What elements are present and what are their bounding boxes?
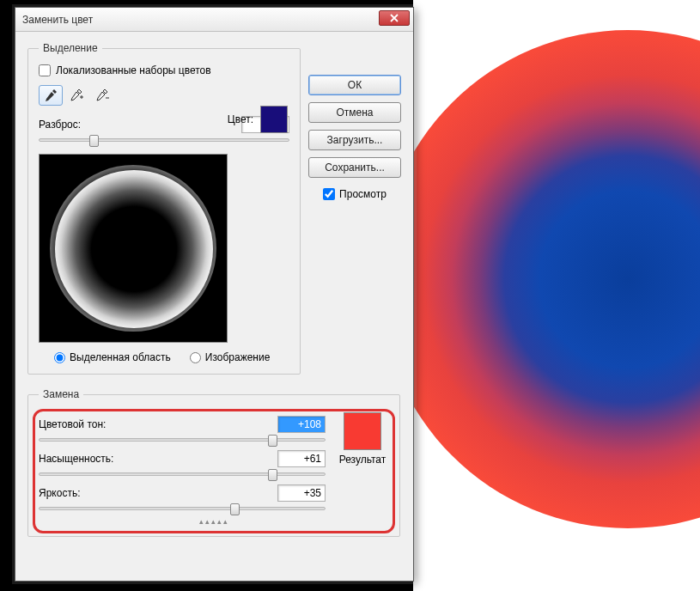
replacement-fieldset: Замена Цветовой тон:	[27, 388, 400, 537]
radio-image-input[interactable]	[190, 352, 201, 363]
hue-slider: Цветовой тон:	[39, 416, 326, 442]
radio-selection-input[interactable]	[54, 352, 65, 363]
saturation-input[interactable]	[277, 450, 326, 467]
preview-checkbox-label: Просмотр	[339, 188, 387, 200]
source-color-swatch[interactable]	[260, 106, 288, 133]
radio-selection-label: Выделенная область	[70, 351, 171, 363]
lightness-thumb[interactable]	[230, 503, 240, 515]
color-label: Цвет:	[228, 113, 253, 125]
eyedropper-plus-tool[interactable]	[64, 85, 88, 106]
canvas-gradient-circle	[379, 30, 700, 528]
document-canvas	[413, 0, 700, 591]
radio-image[interactable]: Изображение	[190, 351, 271, 363]
eyedropper-icon	[44, 88, 58, 102]
selection-fieldset: Выделение Локализованные наборы цветов Ц…	[27, 42, 301, 375]
hue-label: Цветовой тон:	[39, 418, 106, 430]
result-color-swatch[interactable]	[344, 412, 381, 450]
load-button[interactable]: Загрузить...	[308, 130, 401, 150]
lightness-slider: Яркость:	[39, 484, 326, 510]
radio-image-label: Изображение	[205, 351, 271, 363]
window-title: Заменить цвет	[22, 14, 93, 26]
selection-preview	[39, 154, 228, 343]
close-button[interactable]	[379, 10, 410, 26]
ok-button[interactable]: ОК	[308, 75, 401, 95]
result-label: Результат	[336, 454, 389, 466]
saturation-label: Насыщенность:	[39, 453, 113, 465]
saturation-slider: Насыщенность:	[39, 450, 326, 476]
localized-colors-checkbox[interactable]: Локализованные наборы цветов	[39, 64, 289, 76]
hue-input[interactable]	[277, 416, 326, 433]
localized-colors-label: Локализованные наборы цветов	[56, 64, 211, 76]
lightness-input[interactable]	[277, 484, 326, 502]
spread-track[interactable]	[39, 138, 289, 142]
titlebar[interactable]: Заменить цвет	[15, 8, 413, 32]
eyedropper-toolbar	[39, 85, 289, 106]
preview-checkbox[interactable]: Просмотр	[308, 188, 401, 200]
replacement-legend: Замена	[39, 388, 83, 400]
result-column: Результат	[336, 411, 389, 519]
color-row: Цвет:	[228, 106, 288, 133]
preview-mode-radios: Выделенная область Изображение	[39, 351, 289, 363]
spread-label: Разброс:	[39, 119, 81, 131]
cancel-button[interactable]: Отмена	[308, 102, 401, 123]
save-button[interactable]: Сохранить...	[308, 157, 401, 178]
dialog-content: Выделение Локализованные наборы цветов Ц…	[15, 32, 413, 581]
preview-checkbox-input[interactable]	[323, 188, 335, 200]
hue-track[interactable]	[39, 438, 326, 442]
eyedropper-tool[interactable]	[39, 85, 63, 106]
spread-thumb[interactable]	[89, 135, 99, 147]
radio-selection[interactable]: Выделенная область	[54, 351, 171, 363]
eyedropper-plus-icon	[70, 88, 83, 102]
lightness-label: Яркость:	[39, 487, 80, 499]
saturation-track[interactable]	[39, 472, 326, 476]
hue-thumb[interactable]	[268, 435, 277, 447]
localized-colors-input[interactable]	[39, 64, 51, 76]
dialog-side-buttons: ОК Отмена Загрузить... Сохранить... Прос…	[308, 75, 401, 200]
close-icon	[390, 14, 399, 22]
eyedropper-minus-tool[interactable]	[90, 85, 114, 106]
saturation-thumb[interactable]	[268, 469, 277, 481]
replace-color-dialog: Заменить цвет Выделение Локализованные н…	[15, 7, 414, 582]
selection-preview-mask	[55, 170, 213, 328]
selection-legend: Выделение	[39, 42, 102, 54]
eyedropper-minus-icon	[95, 88, 109, 102]
canvas-fade	[413, 557, 700, 591]
lightness-track[interactable]	[39, 507, 326, 510]
